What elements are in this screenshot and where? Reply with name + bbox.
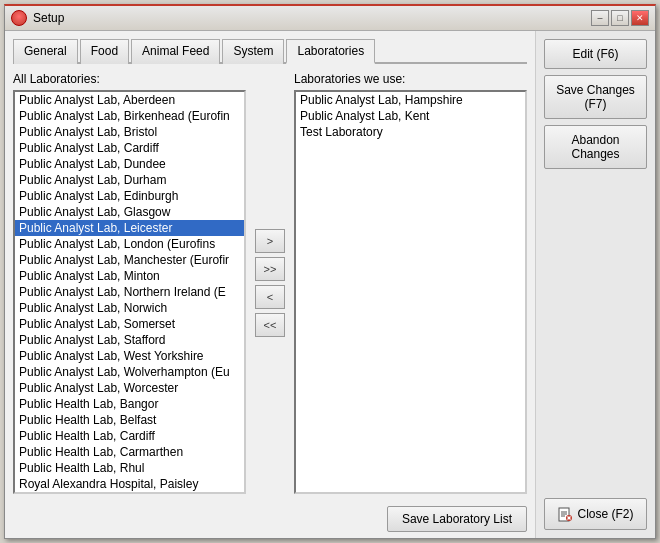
move-left-one-button[interactable]: < (255, 285, 285, 309)
list-item[interactable]: Public Analyst Lab, Hampshire (296, 92, 525, 108)
list-item[interactable]: Public Analyst Lab, Leicester (15, 220, 244, 236)
save-laboratory-list-button[interactable]: Save Laboratory List (387, 506, 527, 532)
tab-animal-feed[interactable]: Animal Feed (131, 39, 220, 64)
list-item[interactable]: Public Analyst Lab, Northern Ireland (E (15, 284, 244, 300)
list-item[interactable]: Royal Alexandra Hospital, Paisley (15, 476, 244, 492)
minimize-button[interactable]: – (591, 10, 609, 26)
bottom-bar: Save Laboratory List (13, 502, 527, 536)
list-item[interactable]: Public Health Lab, Cardiff (15, 428, 244, 444)
tab-laboratories[interactable]: Laboratories (286, 39, 375, 64)
list-item[interactable]: Public Analyst Lab, Dundee (15, 156, 244, 172)
list-item[interactable]: Public Analyst Lab, Cardiff (15, 140, 244, 156)
tab-general[interactable]: General (13, 39, 78, 64)
list-item[interactable]: Public Analyst Lab, Durham (15, 172, 244, 188)
window-icon (11, 10, 27, 26)
title-bar: Setup – □ ✕ (5, 6, 655, 31)
content-area: General Food Animal Feed System Laborato… (5, 31, 655, 538)
list-item[interactable]: Public Analyst Lab, Birkenhead (Eurofin (15, 108, 244, 124)
list-item[interactable]: Public Health Lab, Belfast (15, 412, 244, 428)
list-item[interactable]: Public Analyst Lab, Somerset (15, 316, 244, 332)
list-item[interactable]: Public Analyst Lab, Norwich (15, 300, 244, 316)
used-labs-section: Laboratories we use: Public Analyst Lab,… (294, 72, 527, 494)
list-item[interactable]: Public Analyst Lab, Worcester (15, 380, 244, 396)
move-right-all-button[interactable]: >> (255, 257, 285, 281)
list-item[interactable]: Public Analyst Lab, Aberdeen (15, 92, 244, 108)
tab-bar: General Food Animal Feed System Laborato… (13, 39, 527, 64)
edit-button[interactable]: Edit (F6) (544, 39, 647, 69)
list-item[interactable]: Public Analyst Lab, Glasgow (15, 204, 244, 220)
list-item[interactable]: Public Health Lab, Bangor (15, 396, 244, 412)
used-labs-listbox[interactable]: Public Analyst Lab, HampshirePublic Anal… (294, 90, 527, 494)
close-document-icon (557, 506, 573, 522)
list-item[interactable]: Public Health Lab, Rhul (15, 460, 244, 476)
used-labs-label: Laboratories we use: (294, 72, 527, 86)
list-item[interactable]: Public Analyst Lab, Kent (296, 108, 525, 124)
list-item[interactable]: Public Analyst Lab, Wolverhampton (Eu (15, 364, 244, 380)
all-labs-listbox[interactable]: Public Analyst Lab, AberdeenPublic Analy… (13, 90, 246, 494)
arrows-panel: > >> < << (250, 72, 290, 494)
all-labs-section: All Laboratories: Public Analyst Lab, Ab… (13, 72, 246, 494)
list-item[interactable]: Public Analyst Lab, Minton (15, 268, 244, 284)
list-item[interactable]: Public Analyst Lab, Manchester (Eurofir (15, 252, 244, 268)
side-panel: Edit (F6) Save Changes (F7) Abandon Chan… (535, 31, 655, 538)
move-left-all-button[interactable]: << (255, 313, 285, 337)
title-bar-buttons: – □ ✕ (591, 10, 649, 26)
list-item[interactable]: Public Health Lab, Carmarthen (15, 444, 244, 460)
close-button[interactable]: Close (F2) (544, 498, 647, 530)
setup-window: Setup – □ ✕ General Food Animal Feed Sys… (4, 4, 656, 539)
list-item[interactable]: Public Analyst Lab, Bristol (15, 124, 244, 140)
list-item[interactable]: Public Analyst Lab, Stafford (15, 332, 244, 348)
tab-food[interactable]: Food (80, 39, 129, 64)
window-title: Setup (33, 11, 585, 25)
maximize-button[interactable]: □ (611, 10, 629, 26)
all-labs-label: All Laboratories: (13, 72, 246, 86)
tab-system[interactable]: System (222, 39, 284, 64)
list-item[interactable]: Public Analyst Lab, Edinburgh (15, 188, 244, 204)
abandon-changes-button[interactable]: Abandon Changes (544, 125, 647, 169)
close-label: Close (F2) (577, 507, 633, 521)
window-close-button[interactable]: ✕ (631, 10, 649, 26)
main-panel: General Food Animal Feed System Laborato… (5, 31, 535, 538)
list-item[interactable]: Test Laboratory (296, 124, 525, 140)
move-right-one-button[interactable]: > (255, 229, 285, 253)
list-item[interactable]: Public Analyst Lab, London (Eurofins (15, 236, 244, 252)
lists-area: All Laboratories: Public Analyst Lab, Ab… (13, 72, 527, 494)
save-changes-button[interactable]: Save Changes (F7) (544, 75, 647, 119)
side-spacer (544, 175, 647, 492)
list-item[interactable]: Public Analyst Lab, West Yorkshire (15, 348, 244, 364)
